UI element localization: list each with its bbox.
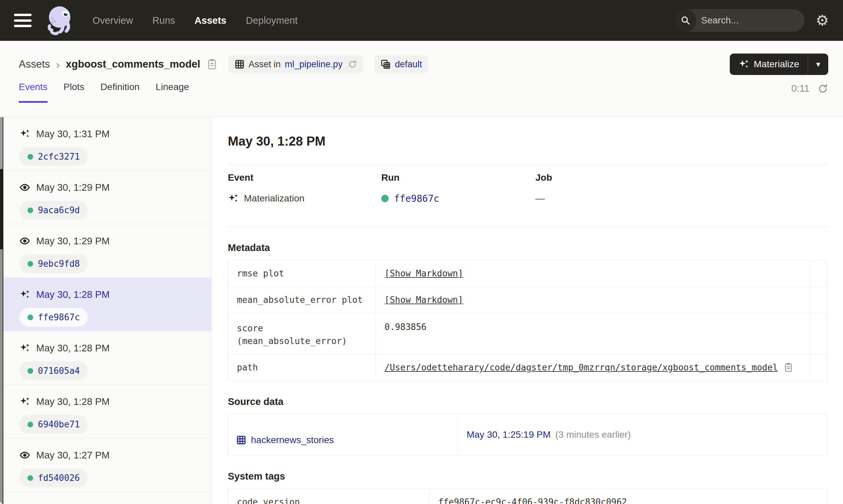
nav-item-deployment[interactable]: Deployment <box>246 15 298 26</box>
tab-events[interactable]: Events <box>19 82 48 103</box>
job-label: Job <box>535 172 552 183</box>
tab-lineage[interactable]: Lineage <box>156 82 189 103</box>
settings-gear-icon[interactable]: ⚙ <box>816 13 829 28</box>
tag-value: ffe9867c-ec9c-4f06-939c-f8dc830c0962 <box>429 489 827 504</box>
materialization-icon <box>19 289 30 300</box>
run-status-dot <box>28 261 33 267</box>
event-timestamp: May 30, 1:31 PM <box>36 128 109 140</box>
reload-code-location-icon[interactable] <box>348 59 357 69</box>
event-detail-title: May 30, 1:28 PM <box>228 134 827 149</box>
metadata-value: 0.983856 <box>376 313 810 355</box>
table-row: rmse plot [Show Markdown] <box>228 260 827 287</box>
event-summary: Event Materialization Run ffe9867c Job — <box>228 172 827 205</box>
event-timestamp: May 30, 1:28 PM <box>36 396 109 407</box>
table-row: code_version ffe9867c-ec9c-4f06-939c-f8d… <box>228 489 827 504</box>
source-relative-time: (3 minutes earlier) <box>555 429 631 440</box>
divider <box>228 165 827 165</box>
run-status-dot <box>28 154 33 160</box>
run-id-link[interactable]: ffe9867c <box>394 193 439 204</box>
upstream-asset-link[interactable]: hackernews_stories <box>236 434 334 447</box>
event-list-item[interactable]: May 30, 1:29 PM 9aca6c9d <box>3 171 211 224</box>
nav-item-runs[interactable]: Runs <box>152 15 175 26</box>
run-status-dot <box>28 314 33 320</box>
materialization-icon <box>228 193 239 204</box>
system-tags-heading: System tags <box>228 471 827 482</box>
run-link[interactable]: 9aca6c9d <box>19 201 88 219</box>
materialize-split-button: Materialize ▾ <box>730 54 828 75</box>
global-search[interactable]: / <box>675 9 805 32</box>
default-repo-link[interactable]: default <box>395 59 422 70</box>
run-link[interactable]: fd540026 <box>19 469 88 487</box>
hamburger-menu-icon[interactable] <box>14 14 32 27</box>
event-list-item-partial[interactable] <box>3 492 211 504</box>
run-status-dot <box>28 422 33 427</box>
run-link[interactable]: ffe9867c <box>19 308 88 327</box>
tag-key: code_version <box>228 489 430 504</box>
event-timestamp: May 30, 1:28 PM <box>36 289 109 300</box>
breadcrumb: Assets › xgboost_comments_model Asset in… <box>19 51 828 78</box>
metadata-key: mean_absolute_error plot <box>228 287 376 313</box>
materialize-dropdown-arrow[interactable]: ▾ <box>808 54 828 75</box>
run-label: Run <box>381 172 535 183</box>
materialize-button[interactable]: Materialize <box>730 54 808 75</box>
pipeline-file-link[interactable]: ml_pipeline.py <box>285 59 343 70</box>
event-timestamp: May 30, 1:29 PM <box>36 182 109 193</box>
tab-definition[interactable]: Definition <box>101 82 140 103</box>
asset-header: Assets › xgboost_comments_model Asset in… <box>0 41 843 117</box>
copy-path-icon[interactable] <box>784 362 793 373</box>
table-row: mean_absolute_error plot [Show Markdown] <box>228 287 827 313</box>
asset-in-badge: Asset in ml_pipeline.py <box>228 55 363 73</box>
event-list-item[interactable]: May 30, 1:28 PM 6940be71 <box>3 385 211 438</box>
source-data-table: hackernews_stories May 30, 1:25:19 PM(3 … <box>228 414 827 455</box>
event-timestamp: May 30, 1:27 PM <box>36 450 109 461</box>
show-markdown-link[interactable]: [Show Markdown] <box>385 268 463 278</box>
event-list-item[interactable]: May 30, 1:28 PM 071605a4 <box>3 331 211 385</box>
dagster-logo[interactable] <box>44 4 76 36</box>
job-value: — <box>535 193 545 204</box>
event-timestamp: May 30, 1:28 PM <box>36 343 109 354</box>
breadcrumb-separator-icon: › <box>56 58 59 71</box>
event-list-item[interactable]: May 30, 1:27 PM fd540026 <box>3 438 211 492</box>
divider <box>228 227 827 227</box>
breadcrumb-assets-link[interactable]: Assets <box>19 58 50 70</box>
metadata-table: rmse plot [Show Markdown] mean_absolute_… <box>228 260 827 381</box>
run-link[interactable]: 9ebc9fd8 <box>19 254 88 273</box>
asset-tabs: Events Plots Definition Lineage 0:11 <box>19 82 828 103</box>
run-link[interactable]: 6940be71 <box>19 415 88 434</box>
table-row: score (mean_absolute_error) 0.983856 <box>228 313 827 355</box>
nav-item-overview[interactable]: Overview <box>92 15 133 26</box>
source-materialization-timestamp-link[interactable]: May 30, 1:25:19 PM <box>467 429 551 440</box>
window-edge-scrollbar[interactable] <box>0 117 3 504</box>
source-data-heading: Source data <box>228 396 827 407</box>
search-input[interactable] <box>696 15 805 26</box>
copy-asset-name-icon[interactable] <box>207 58 217 70</box>
event-list-item[interactable]: May 30, 1:29 PM 9ebc9fd8 <box>3 224 211 278</box>
observation-icon <box>19 450 30 461</box>
refresh-countdown: 0:11 <box>791 83 809 94</box>
table-row: hackernews_stories May 30, 1:25:19 PM(3 … <box>228 414 827 455</box>
event-list-item-selected[interactable]: May 30, 1:28 PM ffe9867c <box>3 278 211 331</box>
refresh-icon[interactable] <box>818 83 828 94</box>
run-status-dot <box>28 475 33 481</box>
repository-icon <box>381 59 391 69</box>
run-link[interactable]: 2cfc3271 <box>19 147 88 166</box>
top-nav-bar: Overview Runs Assets Deployment / ⚙ <box>0 0 843 41</box>
asset-icon <box>236 435 246 445</box>
asset-in-label: Asset in <box>248 59 281 70</box>
search-icon <box>675 9 696 32</box>
nav-item-assets[interactable]: Assets <box>195 15 226 26</box>
storage-path-link[interactable]: /Users/odetteharary/code/dagster/tmp_0mz… <box>385 362 778 373</box>
sparkles-icon <box>738 59 749 70</box>
run-link[interactable]: 071605a4 <box>19 361 88 380</box>
metadata-key: score (mean_absolute_error) <box>228 313 376 355</box>
show-markdown-link[interactable]: [Show Markdown] <box>385 295 463 305</box>
code-location-icon <box>235 59 245 69</box>
tab-plots[interactable]: Plots <box>64 82 84 103</box>
run-status-dot <box>381 195 389 202</box>
event-list-item[interactable]: May 30, 1:31 PM 2cfc3271 <box>3 117 211 171</box>
primary-nav: Overview Runs Assets Deployment <box>92 15 297 26</box>
event-list: May 30, 1:31 PM 2cfc3271 May 30, 1:29 PM… <box>3 117 212 504</box>
event-label: Event <box>228 172 381 183</box>
event-detail-panel: May 30, 1:28 PM Event Materialization Ru… <box>212 117 843 504</box>
materialization-icon <box>19 343 30 354</box>
